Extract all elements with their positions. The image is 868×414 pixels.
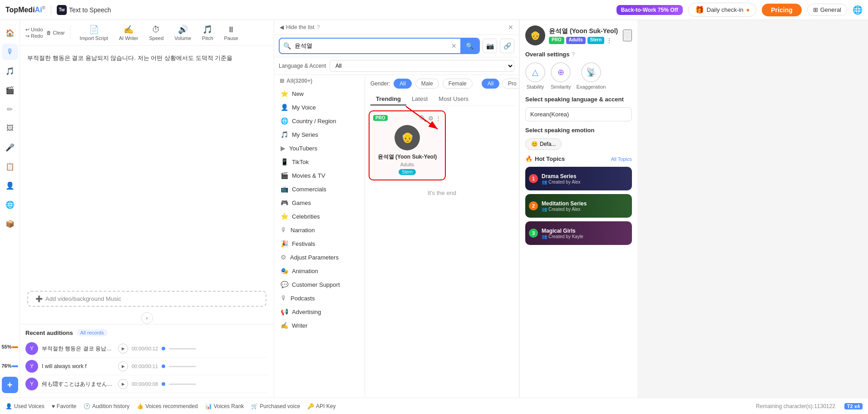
dropdown-item-narration[interactable]: 🎙 Narration <box>274 223 365 237</box>
dropdown-item-writer[interactable]: ✍ Writer <box>274 319 365 332</box>
footer-purchased-voice[interactable]: 🛒 Purchased voice <box>251 403 300 409</box>
search-go-button[interactable]: 🔍 <box>460 39 479 53</box>
sidebar-item-plus[interactable]: + <box>2 377 18 393</box>
gender-female-button[interactable]: Female <box>443 79 473 89</box>
gender-all-button[interactable]: All <box>394 79 411 89</box>
stability-item[interactable]: △ Stability <box>525 62 545 90</box>
footer-used-voices[interactable]: 👤 Used Voices <box>5 403 44 409</box>
topic-card-1[interactable]: 1 Drama Series 👥 Created by Alex <box>525 167 632 190</box>
sidebar-item-home[interactable]: 🏠 <box>2 25 18 41</box>
sidebar-item-mic[interactable]: 🎤 <box>2 139 18 155</box>
movies-label: Movies & TV <box>292 172 325 179</box>
dropdown-item-country[interactable]: 🌐 Country / Region <box>274 114 365 128</box>
tab-latest[interactable]: Latest <box>406 93 433 105</box>
undo-button[interactable]: ↩ Undo <box>25 27 43 33</box>
editor-content[interactable]: 부적절한 행동은 결코 용납되지 않습니다. 저는 어떤 상황에서도 도덕적 기… <box>20 46 274 285</box>
dropdown-item-new[interactable]: ⭐ New <box>274 87 365 100</box>
language-button[interactable]: 🌐 <box>853 5 863 15</box>
all-records-button[interactable]: All records <box>77 329 108 336</box>
dropdown-item-festivals[interactable]: 🎉 Festivals <box>274 237 365 250</box>
ai-writer-button[interactable]: ✍ AI Writer <box>115 23 142 43</box>
dropdown-item-adjust[interactable]: ⚙ Adjust Parameters <box>274 250 365 264</box>
play-button-1[interactable]: ▶ <box>118 344 128 354</box>
logo-area: TopMediAi® <box>5 5 45 14</box>
sidebar-item-image[interactable]: 🖼 <box>2 120 18 136</box>
tab-most-users[interactable]: Most Users <box>433 93 474 105</box>
hide-list-bar[interactable]: ◀ Hide the list ? ✕ <box>274 20 519 35</box>
sidebar-item-globe[interactable]: 🌐 <box>2 196 18 213</box>
sidebar-item-person[interactable]: 👤 <box>2 177 18 194</box>
gear-icon[interactable]: ⚙ <box>428 115 434 122</box>
play-button-2[interactable]: ▶ <box>118 361 128 371</box>
lang-select[interactable]: Korean(Korea) English(US) <box>525 107 632 121</box>
footer-audition-history[interactable]: 🕐 Audition history <box>84 403 129 409</box>
voice-tag-yoon: Stern <box>399 169 416 175</box>
daily-checkin-button[interactable]: 🎁 Daily check-in ● <box>688 3 757 17</box>
recent-title: Recent auditions <box>25 329 73 336</box>
emotion-section-label: Select speaking emotion <box>525 127 594 134</box>
clear-button[interactable]: 🗑 Clear <box>46 30 64 35</box>
magnify-icon[interactable]: 🔍 <box>419 115 426 122</box>
dropdown-item-support[interactable]: 💬 Customer Support <box>274 278 365 291</box>
help-circle-icon: ? <box>572 51 575 58</box>
dropdown-item-myseries[interactable]: 🎵 My Series <box>274 128 365 141</box>
myvoice-label: My Voice <box>292 104 316 111</box>
voice-camera-button[interactable]: 📷 <box>483 39 497 53</box>
dropdown-item-celebrities[interactable]: ⭐ Celebrities <box>274 209 365 223</box>
favorite-button[interactable]: ♡ <box>623 30 632 41</box>
dropdown-item-movies[interactable]: 🎬 Movies & TV <box>274 169 365 182</box>
writer-label: Writer <box>292 322 307 329</box>
speed-button[interactable]: ⏱ Speed <box>146 23 168 43</box>
exaggeration-item[interactable]: 📡 Exaggeration <box>577 62 606 90</box>
tab-trending[interactable]: Trending <box>370 93 406 105</box>
pricing-button[interactable]: Pricing <box>762 4 801 16</box>
dropdown-item-tiktok[interactable]: 📱 TikTok <box>274 155 365 169</box>
similarity-item[interactable]: ⊕ Similarity <box>551 62 571 90</box>
dropdown-item-myvoice[interactable]: 👤 My Voice <box>274 100 365 114</box>
voice-link-button[interactable]: 🔗 <box>500 39 514 53</box>
emotion-button[interactable]: 😊 Defa... <box>525 138 562 150</box>
dropdown-item-podcasts[interactable]: 🎙 Podcasts <box>274 291 365 305</box>
sidebar-item-tts[interactable]: 🎙 <box>2 44 18 60</box>
sidebar-item-video[interactable]: 🎬 <box>2 82 18 98</box>
dropdown-item-games[interactable]: 🎮 Games <box>274 196 365 209</box>
promo-button[interactable]: Back-to-Work 75% Off <box>616 5 683 15</box>
more-options-icon[interactable]: ⋮ <box>606 37 612 44</box>
filter-pro-button[interactable]: Pro <box>502 79 519 89</box>
more-icon[interactable]: ⋮ <box>435 115 441 122</box>
pitch-button[interactable]: 🎵 Pitch <box>198 23 217 43</box>
volume-button[interactable]: 🔊 Volume <box>171 23 195 43</box>
lang-accent-select[interactable]: All Korean English <box>330 60 514 72</box>
topic-card-2[interactable]: 2 Meditation Series 👥 Created by Alex <box>525 194 632 218</box>
add-music-button[interactable]: ➕ Add video/background Music <box>27 291 266 307</box>
search-clear-icon[interactable]: ✕ <box>448 42 460 50</box>
topic-name-3: Magical Girls <box>542 228 583 234</box>
sidebar-item-list[interactable]: 📋 <box>2 158 18 175</box>
voice-card-yoon[interactable]: PRO 🔍 ⚙ ⋮ 👴 윤석열 (Yoon Suk-Yeol) Adults S… <box>369 110 446 180</box>
sidebar-item-box[interactable]: 📦 <box>2 215 18 232</box>
play-button-3[interactable]: ▶ <box>118 379 128 389</box>
general-button[interactable]: ⊞ General <box>807 4 847 16</box>
dropdown-item-youtubers[interactable]: ▶ YouTubers <box>274 141 365 155</box>
collapse-button[interactable]: › <box>141 312 153 324</box>
sidebar-item-edit[interactable]: ✏ <box>2 101 18 117</box>
gender-male-button[interactable]: Male <box>415 79 439 89</box>
footer-voices-recommended[interactable]: 👍 Voices recommended <box>137 403 197 409</box>
footer-favorite[interactable]: ♥ Favorite <box>52 403 76 409</box>
dropdown-item-commercials[interactable]: 📺 Commercials <box>274 182 365 196</box>
footer-api-key[interactable]: 🔑 API Key <box>307 403 335 409</box>
sidebar-item-music[interactable]: 🎵 <box>2 63 18 79</box>
panel-close-button[interactable]: ✕ <box>508 24 513 31</box>
filter-all-button[interactable]: All <box>482 79 499 89</box>
dropdown-item-animation[interactable]: 🎭 Animation <box>274 264 365 278</box>
redo-button[interactable]: ↪ Redo <box>25 33 43 39</box>
all-topics-button[interactable]: All Topics <box>611 156 632 162</box>
voice-search-input[interactable] <box>295 40 448 52</box>
topic-card-3[interactable]: 3 Magical Girls 👥 Created by Kayle <box>525 221 632 245</box>
footer-voices-rank[interactable]: 📊 Voices Rank <box>205 403 244 409</box>
import-script-button[interactable]: 📄 Import Script <box>76 23 112 43</box>
pause-button[interactable]: ⏸ Pause <box>221 23 242 43</box>
avatars-icon-2: 👥 <box>542 207 547 212</box>
topic-number-3: 3 <box>529 229 538 238</box>
dropdown-item-advertising[interactable]: 📢 Advertising <box>274 305 365 319</box>
